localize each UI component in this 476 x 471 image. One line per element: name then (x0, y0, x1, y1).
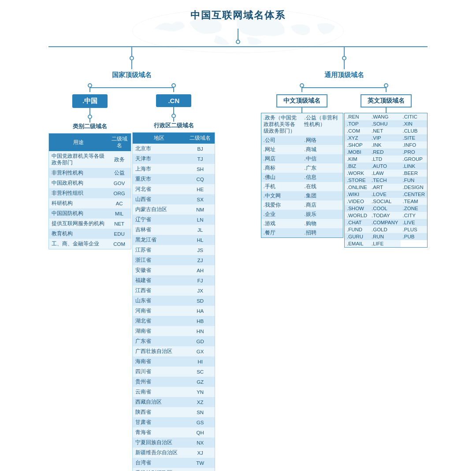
cell-erjiyuming: AH (186, 265, 215, 275)
cell-erjiyuming: GOV (108, 178, 131, 188)
cn-to-table (173, 107, 174, 114)
eng-domain-item: .SOHU (369, 120, 401, 127)
cell-erjiyuming: 公益 (108, 168, 131, 178)
cn-domain-cell1: .游戏 (261, 219, 302, 228)
xingzhengqu-head-row: 地区 二级域名 (133, 133, 215, 144)
right-sub-branch: 中文顶级域名 .政务（中国党政群机关等各级政务部门）.公益（非营利性机构）.公司… (261, 81, 428, 248)
cell-erjiyuming: JL (186, 225, 215, 235)
cn-domain-cell1: .佛山 (261, 173, 302, 182)
cell-erjiyuming: CQ (186, 174, 215, 184)
table-row: 广西壮族自治区GX (133, 346, 215, 356)
cn-domain-cell2: .公益（非营利性机构） (302, 113, 343, 136)
leibie-table-body: 中国党政群机关等各级政务部门政务非营利性机构公益中国政府机构GOV非营利性组织O… (49, 151, 131, 249)
cn-domain-cell2: .中信 (302, 154, 343, 163)
cell-diqu: 内蒙古自治区 (133, 204, 186, 215)
cell-diqu: 海南省 (133, 356, 186, 367)
eng-domain-item: .PUB (401, 233, 427, 240)
cell-yongtu: 中国党政群机关等各级政务部门 (49, 151, 108, 168)
table-row: 教育机构EDU (49, 229, 131, 239)
zhongwen-to-table (301, 108, 302, 113)
xingzhengqu-th-diqu: 地区 (133, 133, 186, 144)
cn-domain-cell2: .购物 (302, 219, 343, 228)
table-row: 重庆市CQ (133, 174, 215, 184)
full-layout: 中国互联网域名体系 国家顶级域名 (4, 0, 472, 471)
table-row: 江苏省JS (133, 245, 215, 255)
cell-erjiyuming: HE (186, 184, 215, 194)
left-section: 国家顶级域名 .中国 (48, 47, 215, 471)
cell-erjiyuming: SX (186, 194, 215, 204)
eng-domain-item: .TOP (345, 120, 369, 127)
zhongguo-drop (89, 88, 90, 92)
right-vline1 (344, 47, 345, 56)
cell-erjiyuming: TW (186, 458, 215, 468)
zhongwen-drop (301, 88, 302, 92)
eng-domain-item: .FUND (345, 226, 369, 233)
table-row: 北京市BJ (133, 144, 215, 154)
cn-dot (171, 83, 176, 88)
eng-domain-item: .WANG (369, 113, 401, 120)
cell-diqu: 西藏自治区 (133, 397, 186, 407)
eng-domain-item: .GROUP (401, 156, 427, 163)
eng-domain-item: .FUN (401, 177, 427, 184)
cell-erjiyuming: GZ (186, 377, 215, 387)
cell-diqu: 重庆市 (133, 174, 186, 184)
table-row: 台湾省TW (133, 458, 215, 468)
eng-domain-item: .VIDEO (345, 198, 369, 205)
cell-erjiyuming: XJ (186, 448, 215, 458)
eng-domain-item: .SHOP (345, 141, 369, 148)
list-item: .佛山.信息 (261, 173, 343, 182)
eng-domain-item: .EMAIL (345, 240, 369, 247)
eng-domain-item: .BEER (401, 170, 427, 177)
eng-domain-item: .RUN (369, 233, 401, 240)
table-row: 云南省YN (133, 387, 215, 397)
table-row: 科研机构AC (49, 198, 131, 208)
eng-domain-item: .WIKI (345, 191, 369, 198)
right-vline-container (342, 47, 346, 69)
zhongwen-connector (261, 81, 343, 94)
table-row: 安徽省AH (133, 265, 215, 275)
cell-erjiyuming: COM (108, 239, 131, 249)
eng-domain-item: .COOL (369, 205, 401, 212)
eng-domain-item: .VIP (369, 134, 401, 141)
table-row: 四川省SC (133, 367, 215, 377)
cn-domain-cell1: .手机 (261, 182, 302, 191)
cell-diqu: 河北省 (133, 184, 186, 194)
cell-diqu: 上海市 (133, 164, 186, 174)
eng-domain-item: .LIVE (401, 219, 427, 226)
eng-domain-item: .SITE (401, 134, 427, 141)
cell-erjiyuming: LN (186, 215, 215, 225)
cn-domain-box: .CN (156, 94, 191, 107)
yingwen-to-table (386, 108, 387, 113)
list-item: .企业.娱乐 (261, 210, 343, 219)
eng-domain-item: .CITY (401, 212, 427, 219)
cell-diqu: 天津市 (133, 154, 186, 164)
eng-domain-item: .ART (369, 184, 401, 191)
cn-domain-cell1: .网址 (261, 145, 302, 154)
cell-erjiyuming: HN (186, 326, 215, 336)
table-row: 西藏自治区XZ (133, 397, 215, 407)
right-section-label: 通用顶级域名 (319, 69, 369, 81)
cell-erjiyuming: EDU (108, 229, 131, 239)
cell-diqu: 甘肃省 (133, 417, 186, 427)
cell-erjiyuming: HA (186, 306, 215, 316)
table-row: 内蒙古自治区NM (133, 204, 215, 215)
zhongguo-domain-box: .中国 (72, 94, 108, 108)
zhongguo-to-table2 (89, 119, 90, 122)
cell-erjiyuming: HB (186, 316, 215, 326)
cell-diqu: 江苏省 (133, 245, 186, 255)
yingwen-box: 英文顶级域名 (361, 94, 412, 108)
table-row: 陕西省SN (133, 407, 215, 417)
yingwen-col: 英文顶级域名 .REN.TOP.COM.XYZ.SHOP.MOBI.KIM.BI… (344, 81, 428, 248)
cell-erjiyuming: FJ (186, 275, 215, 286)
cn-to-table-dot (171, 114, 176, 118)
left-section-label: 国家顶级域名 (107, 69, 157, 81)
eng-domain-item: .ZONE (401, 205, 427, 212)
cn-to-table2 (173, 118, 174, 122)
root-connector (4, 29, 472, 46)
table-row: 浙江省ZJ (133, 255, 215, 265)
cn-vdot (171, 83, 176, 92)
table-row: 中国国防机构MIL (49, 208, 131, 219)
root-vline (238, 29, 238, 40)
xingzhengqu-section: 行政区二级域名 地区 二级域名 北京市BJ天津市TJ上海市SH重庆市CQ河北省H (132, 122, 215, 471)
cn-domain-cell2: .广东 (302, 163, 343, 173)
